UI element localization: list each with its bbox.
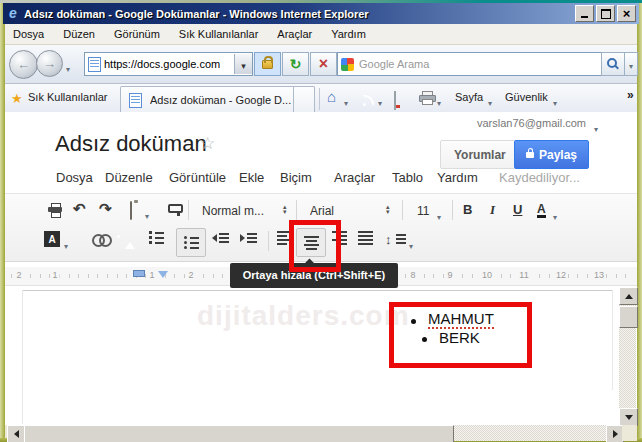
history-dropdown-icon[interactable] bbox=[66, 58, 70, 76]
docs-menu-bicim[interactable]: Biçim bbox=[280, 170, 312, 185]
font-updown-icon[interactable] bbox=[386, 204, 390, 214]
highlight-dropdown-icon[interactable] bbox=[64, 235, 68, 253]
italic-button[interactable]: I bbox=[490, 202, 495, 218]
decrease-indent-button[interactable] bbox=[212, 233, 229, 243]
favorites-star-icon[interactable] bbox=[11, 89, 23, 107]
stop-button[interactable] bbox=[310, 52, 337, 76]
line-spacing-button[interactable] bbox=[385, 230, 392, 248]
favorites-label[interactable]: Sık Kullanılanlar bbox=[28, 91, 108, 103]
vertical-scroll-thumb[interactable] bbox=[619, 306, 638, 328]
title-bar: e Adsız doküman - Google Dokümanlar - Wi… bbox=[3, 3, 639, 24]
menu-yardim[interactable]: Yardım bbox=[331, 28, 366, 40]
feed-dropdown-icon[interactable] bbox=[378, 92, 382, 110]
maximize-icon bbox=[601, 9, 611, 19]
underline-button[interactable]: U bbox=[513, 202, 522, 217]
align-center-button[interactable] bbox=[296, 228, 326, 257]
ruler-number: 11 bbox=[517, 270, 530, 280]
tab-title: Adsız doküman - Google D... bbox=[150, 94, 291, 106]
scroll-up-button[interactable] bbox=[619, 287, 638, 305]
tab-adsiz-dokuman[interactable]: Adsız doküman - Google D... bbox=[120, 86, 297, 113]
home-icon[interactable] bbox=[327, 88, 336, 106]
ruler-number: 1 bbox=[50, 270, 59, 280]
search-button[interactable] bbox=[601, 52, 625, 76]
address-bar[interactable]: https://docs.google.com bbox=[84, 52, 253, 76]
watermark-text: dijitalders.com bbox=[197, 300, 410, 332]
account-email[interactable]: varslan76@gmail.com bbox=[477, 117, 586, 129]
docs-menu-dosya[interactable]: Dosya bbox=[56, 170, 93, 185]
minimize-button[interactable] bbox=[575, 5, 594, 22]
left-indent-marker[interactable] bbox=[158, 271, 168, 278]
comments-button[interactable]: Yorumlar bbox=[440, 140, 520, 169]
close-button[interactable] bbox=[617, 5, 636, 22]
ruler-number: 2 bbox=[186, 270, 195, 280]
document-title[interactable]: Adsız doküman bbox=[55, 131, 207, 157]
align-left-button[interactable] bbox=[277, 231, 292, 245]
search-placeholder[interactable]: Google Arama bbox=[359, 58, 429, 70]
scroll-left-button[interactable] bbox=[7, 425, 25, 442]
page-menu-button[interactable]: Sayfa bbox=[455, 91, 483, 103]
paint-format-clipboard-button[interactable] bbox=[130, 201, 132, 220]
menu-duzen[interactable]: Düzen bbox=[63, 28, 95, 40]
list-item[interactable]: BERK bbox=[439, 329, 480, 346]
browser-window: e Adsız doküman - Google Dokümanlar - Wi… bbox=[0, 0, 642, 442]
undo-button[interactable] bbox=[73, 200, 86, 218]
docs-menu-ekle[interactable]: Ekle bbox=[239, 170, 264, 185]
page-right-edge bbox=[612, 290, 613, 390]
menu-dosya[interactable]: Dosya bbox=[13, 28, 44, 40]
font-select[interactable]: Arial bbox=[310, 204, 334, 218]
page-left-edge bbox=[22, 290, 23, 424]
maximize-button[interactable] bbox=[596, 5, 615, 22]
account-dropdown-icon[interactable] bbox=[594, 118, 598, 136]
docs-menu-araclar[interactable]: Araçlar bbox=[334, 170, 375, 185]
menu-sik-kullanilanlar[interactable]: Sık Kullanılanlar bbox=[179, 28, 259, 40]
clipboard-dropdown-icon[interactable] bbox=[145, 205, 149, 223]
back-button[interactable]: ← bbox=[9, 50, 38, 79]
text-color-dropdown-icon[interactable] bbox=[553, 206, 557, 224]
style-updown-icon[interactable] bbox=[283, 204, 287, 214]
search-box[interactable]: Google Arama bbox=[337, 52, 603, 76]
security-menu-button[interactable]: Güvenlik bbox=[505, 91, 548, 103]
menu-araclar[interactable]: Araçlar bbox=[277, 28, 312, 40]
padlock-icon bbox=[262, 60, 273, 69]
magnifier-icon bbox=[607, 58, 619, 70]
bulleted-list-button[interactable] bbox=[176, 228, 206, 257]
refresh-button[interactable] bbox=[282, 52, 309, 76]
toolbar-overflow-icon[interactable] bbox=[627, 85, 634, 103]
address-dropdown-button[interactable] bbox=[234, 54, 252, 74]
style-select[interactable]: Normal m... bbox=[202, 204, 264, 218]
align-center-icon bbox=[304, 236, 319, 250]
security-dropdown-icon[interactable] bbox=[553, 92, 557, 110]
scroll-down-button[interactable] bbox=[619, 408, 638, 426]
menu-gorunum[interactable]: Görünüm bbox=[114, 28, 160, 40]
forward-button[interactable]: → bbox=[36, 50, 63, 77]
new-tab-stub[interactable] bbox=[293, 86, 315, 113]
docs-menu-tablo[interactable]: Tablo bbox=[392, 170, 423, 185]
bold-button[interactable]: B bbox=[463, 202, 472, 217]
print-dropdown-icon[interactable] bbox=[437, 92, 441, 110]
horizontal-scroll-thumb[interactable] bbox=[24, 425, 454, 442]
docs-menu-yardim[interactable]: Yardım bbox=[437, 170, 478, 185]
redo-button[interactable] bbox=[99, 200, 112, 218]
list-item[interactable]: MAHMUT bbox=[428, 310, 494, 329]
search-options-button[interactable] bbox=[624, 52, 638, 76]
align-right-button[interactable] bbox=[332, 231, 347, 245]
security-lock-button[interactable] bbox=[254, 52, 281, 76]
home-dropdown-icon[interactable] bbox=[344, 92, 348, 110]
font-size-select[interactable]: 11 bbox=[417, 204, 429, 218]
url-text[interactable]: https://docs.google.com bbox=[104, 58, 234, 70]
numbered-list-button[interactable] bbox=[149, 231, 164, 244]
text-color-button[interactable]: A bbox=[537, 203, 546, 218]
docs-menu-goruntule[interactable]: Görüntüle bbox=[169, 170, 226, 185]
highlight-color-button[interactable]: A bbox=[44, 231, 60, 247]
page-dropdown-icon[interactable] bbox=[488, 92, 492, 110]
increase-indent-button[interactable] bbox=[240, 233, 257, 243]
star-document-icon[interactable] bbox=[200, 133, 215, 154]
docs-menu-duzenle[interactable]: Düzenle bbox=[105, 170, 153, 185]
line-spacing-dropdown-icon[interactable] bbox=[409, 235, 413, 253]
size-dropdown-icon[interactable] bbox=[437, 206, 441, 224]
read-mail-icon[interactable] bbox=[394, 91, 396, 110]
share-button[interactable]: Paylaş bbox=[514, 140, 589, 169]
ruler-number: 13 bbox=[592, 270, 606, 280]
first-line-indent-marker[interactable] bbox=[133, 270, 145, 277]
justify-button[interactable] bbox=[358, 231, 373, 245]
